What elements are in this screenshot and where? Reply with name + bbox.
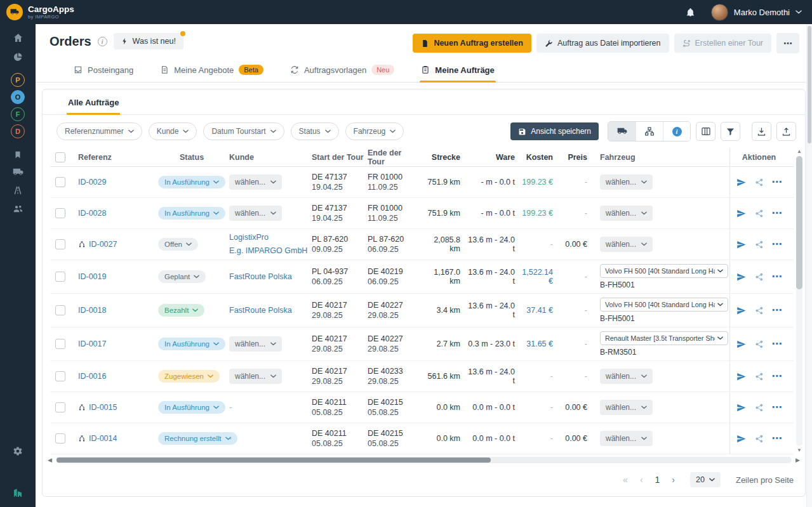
- tab-meine-angebote[interactable]: Meine Angebote Beta: [159, 59, 265, 82]
- send-order-icon[interactable]: [736, 339, 746, 349]
- share-route-icon[interactable]: [754, 306, 764, 315]
- scroll-up-icon[interactable]: ▲: [797, 149, 802, 154]
- send-order-icon[interactable]: [736, 272, 746, 282]
- prev-page-button[interactable]: ‹: [640, 475, 643, 485]
- tab-posteingang[interactable]: Posteingang: [72, 59, 135, 82]
- order-ref-link[interactable]: ID-0018: [78, 306, 106, 315]
- more-actions-icon[interactable]: ⋯: [772, 210, 782, 216]
- app-circle-p[interactable]: P: [11, 73, 25, 87]
- table-info-button[interactable]: i: [663, 122, 690, 141]
- tab-meine-auftraege[interactable]: Meine Aufträge: [420, 59, 495, 82]
- row-checkbox[interactable]: [55, 371, 65, 381]
- vehicle-select[interactable]: wählen...: [600, 174, 653, 190]
- more-actions-icon[interactable]: ⋯: [772, 241, 782, 247]
- filter-datum-tourstart[interactable]: Datum Tourstart: [203, 122, 284, 140]
- filter-referenznummer[interactable]: Referenznummer: [57, 122, 142, 140]
- send-order-icon[interactable]: [736, 434, 746, 444]
- horizontal-scroll-thumb[interactable]: [57, 458, 491, 463]
- status-select[interactable]: Bezahlt: [158, 304, 204, 317]
- order-ref-link[interactable]: ID-0014: [89, 434, 117, 443]
- vehicle-select[interactable]: Volvo FH 500 [40t Standard Long Haul]: [600, 264, 728, 278]
- bookmark-icon[interactable]: [13, 150, 22, 159]
- row-checkbox[interactable]: [55, 433, 65, 444]
- send-order-icon[interactable]: [736, 306, 746, 315]
- customer-link[interactable]: FastRoute Polska: [229, 272, 292, 281]
- column-header-end[interactable]: Ende der Tour: [368, 145, 423, 170]
- share-route-icon[interactable]: [754, 272, 764, 282]
- rows-per-page-select[interactable]: 20: [690, 472, 721, 487]
- vehicle-select[interactable]: Renault Master [3.5t Transporter Short H…: [600, 331, 728, 345]
- row-checkbox[interactable]: [55, 339, 65, 349]
- share-route-icon[interactable]: [754, 403, 764, 412]
- header-more-button[interactable]: ⋯: [776, 33, 799, 53]
- trailer-view-toggle[interactable]: [636, 122, 663, 141]
- status-select[interactable]: In Ausführung: [158, 338, 225, 350]
- customer-select[interactable]: wählen...: [229, 174, 282, 190]
- column-header-strecke[interactable]: Strecke: [423, 149, 464, 166]
- table-horizontal-scrollbar[interactable]: ◀ ▶: [43, 454, 805, 464]
- filter-kunde[interactable]: Kunde: [149, 122, 197, 140]
- cost-value[interactable]: 31.65 €: [526, 339, 553, 348]
- columns-settings-button[interactable]: [696, 122, 715, 141]
- customer-select[interactable]: wählen...: [229, 336, 282, 352]
- save-view-button[interactable]: Ansicht speichern: [510, 122, 599, 140]
- vertical-scroll-thumb[interactable]: [796, 156, 802, 289]
- company-building-icon[interactable]: [13, 488, 23, 498]
- vehicle-select[interactable]: Volvo FH 500 [40t Standard Long Haul]: [600, 298, 728, 312]
- upload-button[interactable]: [776, 122, 796, 141]
- filter-fahrzeug[interactable]: Fahrzeug: [345, 122, 404, 140]
- select-all-checkbox[interactable]: [55, 152, 65, 162]
- truck-icon[interactable]: [13, 167, 23, 178]
- order-ref-link[interactable]: ID-0015: [89, 403, 117, 412]
- view-tab-alle-auftraege[interactable]: Alle Aufträge: [67, 89, 120, 114]
- whats-new-button[interactable]: Was ist neu!: [114, 33, 183, 49]
- notifications-bell-icon[interactable]: [686, 8, 695, 17]
- customer-link[interactable]: E.g. IMPARGO GmbH: [229, 246, 307, 256]
- users-icon[interactable]: [13, 203, 23, 214]
- more-actions-icon[interactable]: ⋯: [772, 179, 782, 185]
- row-checkbox[interactable]: [55, 208, 65, 218]
- user-avatar[interactable]: [711, 4, 728, 21]
- column-header-kunde[interactable]: Kunde: [229, 149, 312, 166]
- order-ref-link[interactable]: ID-0028: [78, 209, 106, 218]
- scroll-down-icon[interactable]: ▼: [797, 448, 802, 453]
- status-select[interactable]: In Ausführung: [158, 207, 225, 220]
- row-checkbox[interactable]: [55, 402, 65, 412]
- filter-status[interactable]: Status: [291, 122, 339, 140]
- page-scroll-thumb[interactable]: [808, 26, 811, 143]
- status-select[interactable]: Geplant: [158, 270, 206, 283]
- share-route-icon[interactable]: [754, 434, 764, 444]
- send-order-icon[interactable]: [736, 403, 746, 412]
- vehicle-select[interactable]: wählen...: [600, 369, 653, 384]
- row-checkbox[interactable]: [55, 305, 65, 315]
- share-route-icon[interactable]: [754, 372, 764, 381]
- reports-pie-icon[interactable]: [13, 52, 23, 62]
- send-order-icon[interactable]: [736, 372, 746, 381]
- table-vertical-scrollbar[interactable]: ▲ ▼: [795, 149, 803, 453]
- more-actions-icon[interactable]: ⋯: [772, 341, 782, 347]
- share-route-icon[interactable]: [754, 339, 764, 349]
- order-ref-link[interactable]: ID-0019: [78, 272, 106, 281]
- row-checkbox[interactable]: [55, 177, 65, 187]
- vehicle-select[interactable]: wählen...: [600, 237, 653, 252]
- column-header-kosten[interactable]: Kosten: [519, 149, 557, 166]
- share-route-icon[interactable]: [754, 209, 764, 218]
- more-actions-icon[interactable]: ⋯: [772, 273, 782, 280]
- customer-link[interactable]: LogistixPro: [229, 233, 269, 243]
- scroll-right-icon[interactable]: ▶: [795, 458, 800, 463]
- import-order-button[interactable]: Auftrag aus Datei importieren: [536, 34, 669, 53]
- column-header-referenz[interactable]: Referenz: [78, 149, 158, 166]
- cost-value[interactable]: 37.41 €: [526, 306, 553, 315]
- row-checkbox[interactable]: [55, 239, 65, 249]
- cost-value[interactable]: 1,522.14 €: [519, 268, 553, 286]
- more-actions-icon[interactable]: ⋯: [772, 307, 782, 313]
- vehicle-select[interactable]: wählen...: [600, 431, 653, 446]
- filter-button[interactable]: [721, 122, 740, 141]
- status-select[interactable]: In Ausführung: [158, 176, 225, 188]
- share-route-icon[interactable]: [754, 240, 764, 249]
- column-header-ware[interactable]: Ware: [464, 149, 519, 166]
- row-checkbox[interactable]: [55, 272, 65, 282]
- column-header-start[interactable]: Start der Tour: [312, 149, 368, 166]
- user-menu-chevron-icon[interactable]: [795, 10, 802, 14]
- create-tour-button[interactable]: Erstellen einer Tour: [674, 34, 771, 53]
